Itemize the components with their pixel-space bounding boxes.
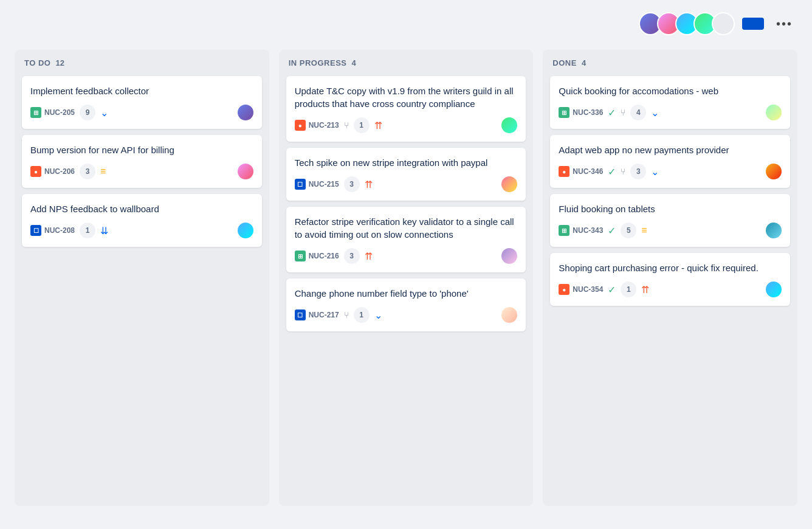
priority-icon: ⌄	[100, 107, 108, 119]
stat-count: 9	[80, 105, 95, 120]
priority-icon: ≡	[641, 225, 647, 236]
issue-type-icon: ●	[295, 120, 306, 131]
issue-badge: ☐ NUC-208	[30, 225, 75, 236]
card-footer: ⊞ NUC-343 ✓ 5 ≡	[559, 223, 782, 238]
assignee-avatar[interactable]	[501, 176, 517, 192]
check-icon: ✓	[608, 225, 616, 237]
card-footer: ☐ NUC-217 ⑂ 1 ⌄	[295, 307, 518, 323]
priority-icon: ⇈	[374, 120, 382, 131]
card-footer: ⊞ NUC-216 3 ⇈	[295, 248, 518, 264]
issue-key: NUC-343	[573, 226, 603, 235]
assignee-avatar[interactable]	[238, 223, 253, 238]
card-footer: ☐ NUC-208 1 ⇊	[30, 223, 253, 238]
card-nuc-217[interactable]: Change phone number field type to 'phone…	[286, 278, 526, 331]
column-done: DONE 4 Quick booking for accomodations -…	[543, 50, 797, 506]
column-header: DONE 4	[550, 58, 790, 67]
issue-badge: ● NUC-206	[30, 166, 75, 177]
check-icon: ✓	[608, 166, 616, 178]
card-title: Implement feedback collector	[30, 85, 253, 97]
stat-count: 5	[621, 223, 636, 238]
card-footer: ⊞ NUC-336 ✓ ⑂ 4 ⌄	[559, 105, 782, 120]
issue-key: NUC-354	[573, 285, 603, 294]
priority-icon: ⇊	[100, 225, 108, 237]
issue-key: NUC-213	[309, 121, 339, 130]
issue-badge: ⊞ NUC-343	[559, 225, 603, 236]
column-count: 4	[582, 58, 586, 67]
card-footer: ● NUC-213 ⑂ 1 ⇈	[295, 117, 518, 133]
card-footer: ⊞ NUC-205 9 ⌄	[30, 105, 253, 120]
column-title: DONE	[552, 58, 577, 67]
card-nuc-206[interactable]: Bump version for new API for billing ● N…	[22, 135, 262, 188]
issue-type-icon: ⊞	[559, 225, 569, 236]
column-header: IN PROGRESS 4	[286, 58, 526, 67]
issue-key: NUC-206	[44, 167, 75, 176]
branch-icon: ⑂	[621, 167, 625, 176]
card-title: Shoping cart purchasing error - quick fi…	[559, 261, 782, 274]
complete-sprint-button[interactable]	[742, 18, 764, 30]
card-title: Change phone number field type to 'phone…	[295, 287, 518, 300]
issue-key: NUC-217	[309, 311, 339, 319]
card-nuc-213[interactable]: Update T&C copy with v1.9 from the write…	[286, 76, 526, 142]
stat-count: 3	[80, 164, 95, 179]
card-title: Bump version for new API for billing	[30, 143, 253, 156]
priority-icon: ⌄	[374, 309, 382, 321]
card-nuc-346[interactable]: Adapt web app no new payments provider ●…	[550, 135, 790, 188]
issue-badge: ⊞ NUC-205	[30, 107, 75, 118]
column-count: 12	[55, 58, 64, 67]
assignee-avatar[interactable]	[238, 164, 253, 179]
stat-count: 3	[630, 164, 646, 179]
card-title: Update T&C copy with v1.9 from the write…	[295, 85, 518, 110]
assignee-avatar[interactable]	[238, 105, 253, 120]
assignee-avatar[interactable]	[766, 164, 782, 179]
issue-key: NUC-346	[573, 167, 603, 176]
assignee-avatar[interactable]	[766, 282, 782, 297]
branch-icon: ⑂	[344, 120, 349, 130]
priority-icon: ⇈	[641, 284, 649, 296]
check-icon: ✓	[608, 284, 616, 296]
issue-type-icon: ●	[30, 166, 41, 177]
stat-count: 1	[354, 117, 370, 133]
issue-badge: ● NUC-354	[559, 284, 603, 295]
card-title: Add NPS feedback to wallboard	[30, 202, 253, 215]
issue-key: NUC-205	[44, 108, 75, 117]
assignee-avatar[interactable]	[501, 248, 517, 264]
column-title: IN PROGRESS	[289, 58, 347, 67]
card-nuc-354[interactable]: Shoping cart purchasing error - quick fi…	[550, 253, 790, 306]
card-nuc-208[interactable]: Add NPS feedback to wallboard ☐ NUC-208 …	[22, 194, 262, 247]
card-nuc-336[interactable]: Quick booking for accomodations - web ⊞ …	[550, 76, 790, 129]
app-container: ••• TO DO 12 Implement feedback collecto…	[0, 0, 812, 529]
more-options-button[interactable]: •••	[771, 13, 797, 35]
branch-icon: ⑂	[621, 108, 625, 117]
check-icon: ✓	[608, 107, 616, 119]
column-count: 4	[351, 58, 356, 67]
card-title: Tech spike on new stripe integration wit…	[295, 156, 518, 169]
card-title: Adapt web app no new payments provider	[559, 143, 782, 156]
assignee-avatar[interactable]	[766, 105, 782, 120]
assignee-avatar[interactable]	[501, 307, 517, 323]
card-nuc-216[interactable]: Refactor stripe verification key validat…	[286, 207, 526, 272]
issue-type-icon: ☐	[295, 179, 306, 190]
assignee-avatar[interactable]	[501, 117, 517, 133]
issue-type-icon: ⊞	[30, 107, 41, 118]
card-nuc-343[interactable]: Fluid booking on tablets ⊞ NUC-343 ✓ 5 ≡	[550, 194, 790, 247]
card-title: Quick booking for accomodations - web	[559, 85, 782, 97]
branch-icon: ⑂	[344, 310, 349, 320]
stat-count: 3	[344, 248, 360, 264]
card-footer: ● NUC-206 3 ≡	[30, 164, 253, 179]
avatar-more[interactable]	[712, 12, 735, 35]
team-avatars	[639, 12, 735, 35]
stat-count: 1	[80, 223, 95, 238]
assignee-avatar[interactable]	[766, 223, 782, 238]
card-nuc-205[interactable]: Implement feedback collector ⊞ NUC-205 9…	[22, 76, 262, 129]
header-right: •••	[639, 12, 797, 35]
priority-icon: ⌄	[651, 107, 659, 119]
issue-key: NUC-336	[573, 108, 603, 117]
issue-type-icon: ●	[559, 284, 569, 295]
stat-count: 1	[354, 307, 370, 323]
issue-type-icon: ☐	[30, 225, 41, 236]
card-nuc-215[interactable]: Tech spike on new stripe integration wit…	[286, 148, 526, 201]
priority-icon: ⇈	[365, 179, 373, 190]
issue-badge: ● NUC-346	[559, 166, 603, 177]
card-title: Fluid booking on tablets	[559, 202, 782, 215]
issue-badge: ☐ NUC-217	[295, 309, 339, 320]
